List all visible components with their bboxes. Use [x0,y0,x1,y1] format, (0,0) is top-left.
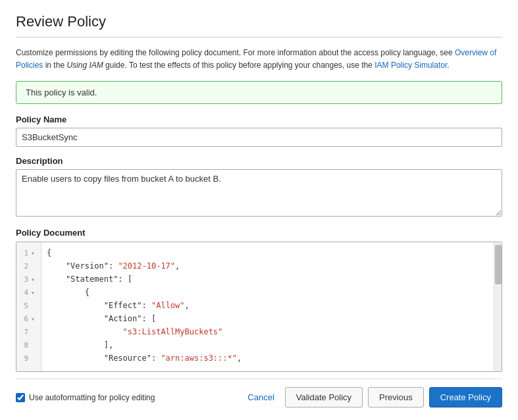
line-num: 6 [16,315,28,323]
line-num: 3 [16,275,28,284]
line-number-row: 8 [16,338,41,352]
line-number-row: 4▾ [16,286,41,299]
code-line: { [47,286,496,299]
line-number-row: 5 [16,299,41,312]
intro-text-after-italic: guide. To test the effects of this polic… [103,61,375,70]
code-content[interactable]: { "Version": "2012-10-17", "Statement": … [41,242,502,371]
iam-policy-simulator-link[interactable]: IAM Policy Simulator [375,61,447,70]
code-line: "Action": [ [47,312,496,325]
valid-banner: This policy is valid. [16,81,502,104]
line-number-row: 7 [16,325,41,338]
line-num: 4 [16,288,28,297]
string-value: "arn:aws:s3:::*" [161,354,237,363]
code-line: "s3:ListAllMyBuckets" [47,325,496,338]
code-line: "Version": "2012-10-17", [47,259,496,273]
line-number-row: 6▾ [16,312,41,325]
code-line: ], [47,338,496,352]
validate-policy-button[interactable]: Validate Policy [285,387,363,407]
intro-text: Customize permissions by editing the fol… [16,47,502,72]
line-number-row: 2 [16,259,41,273]
scrollbar-track[interactable] [494,242,502,371]
code-line: { [47,246,496,259]
line-num: 2 [16,262,28,271]
cancel-button[interactable]: Cancel [242,388,279,407]
description-textarea[interactable]: Enable users to copy files from bucket A… [16,169,502,217]
line-numbers: 1▾2 3▾4▾5 6▾7 8 9 [16,242,41,371]
page-title: Review Policy [16,13,502,30]
autoformat-checkbox[interactable] [16,393,25,402]
string-value: "s3:ListAllMyBuckets" [123,327,223,336]
code-line: "Resource": "arn:aws:s3:::*", [47,352,496,365]
line-number-row: 9 [16,352,41,365]
string-value: "2012-10-17" [118,261,175,271]
previous-button[interactable]: Previous [368,387,424,407]
line-num: 1 [16,249,28,257]
line-num: 8 [16,341,28,350]
line-number-row: 1▾ [16,246,41,259]
bottom-bar: Use autoformatting for policy editing Ca… [16,379,502,407]
divider [16,37,502,38]
policy-document-editor[interactable]: 1▾2 3▾4▾5 6▾7 8 9 { "Version": "2012-10-… [16,242,502,372]
line-num: 7 [16,328,28,336]
fold-indicator[interactable]: ▾ [30,276,36,283]
scrollbar-thumb[interactable] [495,245,502,284]
fold-indicator[interactable]: ▾ [30,315,36,323]
description-label: Description [16,156,502,166]
page-container: Review Policy Customize permissions by e… [0,0,518,418]
policy-name-label: Policy Name [16,115,502,124]
create-policy-button[interactable]: Create Policy [429,387,502,407]
valid-banner-text: This policy is valid. [26,88,97,97]
line-num: 9 [16,354,28,363]
autoformat-checkbox-label[interactable]: Use autoformatting for policy editing [16,393,155,402]
fold-indicator[interactable]: ▾ [30,249,36,257]
line-num: 5 [16,302,28,310]
policy-name-input[interactable] [16,128,502,147]
intro-italic: Using IAM [66,61,103,70]
action-buttons: Cancel Validate Policy Previous Create P… [242,387,502,407]
intro-text-before-link1: Customize permissions by editing the fol… [16,48,455,57]
policy-document-label: Policy Document [16,228,502,238]
line-number-row: 3▾ [16,273,41,286]
autoformat-label-text: Use autoformatting for policy editing [29,393,155,402]
string-value: "Allow" [151,301,185,310]
code-line: "Statement": [ [47,273,496,286]
code-line: "Effect": "Allow", [47,299,496,312]
intro-text-between: in the [43,61,66,70]
fold-indicator[interactable]: ▾ [30,289,36,296]
